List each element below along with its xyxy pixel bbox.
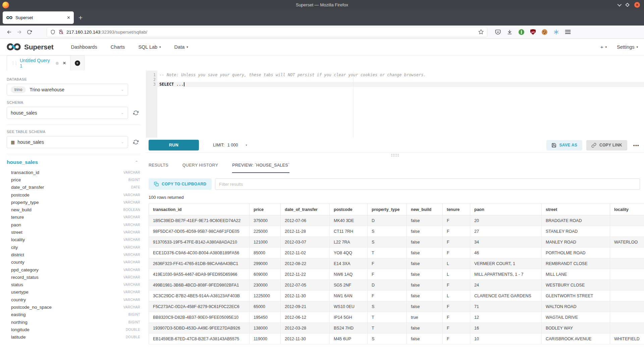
- table-cell: 16: [470, 323, 542, 334]
- column-header[interactable]: property_type: [368, 204, 407, 215]
- tracking-shield-icon[interactable]: [50, 30, 55, 35]
- new-browser-tab-button[interactable]: +: [78, 14, 83, 21]
- database-value: Trino warehouse: [30, 87, 64, 92]
- table-cell: BODLEY WAY: [542, 323, 610, 334]
- pocket-icon[interactable]: [495, 29, 501, 35]
- tab-preview-house-sales[interactable]: PREVIEW: `HOUSE_SALES`: [232, 163, 289, 173]
- column-type: VARCHAR: [123, 260, 140, 264]
- refresh-tables-icon[interactable]: [133, 139, 139, 145]
- table-cell: M45 6UP: [330, 334, 368, 344]
- column-header[interactable]: paon: [470, 204, 542, 215]
- column-name: northing: [11, 320, 28, 325]
- column-header[interactable]: tenure: [443, 204, 470, 215]
- column-name: record_status: [11, 275, 39, 280]
- column-name: street: [11, 230, 22, 235]
- column-header[interactable]: transaction_id: [149, 204, 250, 215]
- column-header[interactable]: new_build: [407, 204, 443, 215]
- editor-code-area[interactable]: -- Note: Unless you save your query, the…: [157, 71, 644, 138]
- snowflake-extension-icon[interactable]: [553, 29, 559, 35]
- add-new-button[interactable]: +▾: [600, 44, 607, 50]
- filter-results-input[interactable]: [215, 178, 640, 190]
- table-cell: S: [368, 301, 407, 312]
- add-query-tab-button[interactable]: +: [70, 55, 85, 71]
- nav-sql-lab[interactable]: SQL Lab▾: [138, 44, 161, 50]
- bookmark-star-icon[interactable]: [478, 29, 484, 35]
- table-cell: 98F5DC47-0D05-4D59-95B7-98CA6F1FDE05: [149, 226, 250, 237]
- table-cell: L: [443, 269, 470, 280]
- query-tab-untitled-1[interactable]: ⋮⋮ Untitled Query 1 ✕: [7, 55, 70, 71]
- more-options-button[interactable]: •••: [633, 143, 639, 148]
- nav-charts[interactable]: Charts: [111, 44, 125, 50]
- tab-query-history[interactable]: QUERY HISTORY: [182, 163, 218, 173]
- forward-button[interactable]: [14, 30, 24, 35]
- tab-results[interactable]: RESULTS: [149, 163, 168, 173]
- pane-resize-handle[interactable]: [391, 154, 399, 157]
- column-type: VARCHAR: [123, 275, 140, 279]
- editor-toolbar: RUN LIMIT: 1 000 ▾ SAVE AS COPY LINK •••: [146, 138, 644, 153]
- database-select[interactable]: trino Trino warehouse ⌄: [7, 84, 128, 96]
- downloads-icon[interactable]: [507, 29, 513, 35]
- copy-to-clipboard-button[interactable]: COPY TO CLIPBOARD: [149, 178, 212, 190]
- table-cell: YO8 4QQ: [330, 248, 368, 258]
- nav-data[interactable]: Data▾: [174, 44, 188, 50]
- table-select[interactable]: ▦ house_sales ⌄: [7, 136, 128, 148]
- table-schema-heading[interactable]: house_sales: [7, 159, 38, 165]
- table-value: house_sales: [17, 139, 44, 145]
- database-engine-badge: trino: [11, 86, 26, 93]
- url-bar[interactable]: 217.160.120.143:32393/superset/sqllab/: [47, 27, 487, 37]
- column-header[interactable]: postcode: [330, 204, 368, 215]
- cookie-extension-icon[interactable]: [542, 29, 547, 35]
- table-cell: 2012-11-30: [281, 334, 330, 344]
- limit-dropdown[interactable]: LIMIT: 1 000 ▾: [213, 143, 247, 147]
- table-cell: 1B5C39ED-BE7F-41EF-9E71-9C60EED74A22: [149, 215, 250, 226]
- superset-logo[interactable]: Superset: [6, 43, 53, 51]
- query-tab-close-icon[interactable]: ✕: [63, 61, 66, 65]
- copy-link-button[interactable]: COPY LINK: [586, 140, 627, 150]
- settings-menu[interactable]: Settings▾: [617, 44, 638, 50]
- table-cell: 2636F323-FF41-4765-81DB-98CAA6A43BC1: [149, 258, 250, 269]
- table-cell: 2012-11-22: [281, 269, 330, 280]
- table-cell: BB8320C9-D82B-4B37-90E0-9FEE05095E10: [149, 312, 250, 323]
- chevron-down-icon: ▾: [159, 45, 161, 49]
- chevron-up-icon[interactable]: ⌃: [135, 160, 138, 164]
- run-query-button[interactable]: RUN: [149, 140, 199, 150]
- column-type: VARCHAR: [123, 230, 140, 234]
- table-cell: 2012-11-30: [281, 291, 330, 301]
- browser-tab-superset[interactable]: Superset ✕: [3, 11, 74, 24]
- back-button[interactable]: [4, 30, 14, 35]
- window-maximize-icon[interactable]: [625, 3, 630, 7]
- column-header[interactable]: locality: [610, 204, 644, 215]
- drag-grip-icon[interactable]: ⋮⋮: [11, 61, 17, 65]
- table-row: EB1459EB-67ED-47C8-B2E7-A38143AB55751190…: [149, 334, 644, 344]
- schema-column-row: longitude DOUBLE: [7, 326, 140, 333]
- privacy-badger-extension-icon[interactable]: [519, 29, 524, 35]
- chevron-down-icon: ▾: [605, 45, 607, 49]
- column-name: district: [11, 252, 24, 257]
- table-cell: NW1 6AN: [330, 291, 368, 301]
- column-type: BIGINT: [128, 178, 140, 182]
- superset-navbar: Superset Dashboards Charts SQL Lab▾ Data…: [0, 39, 644, 55]
- table-cell: 193907D3-5DBD-453D-A49E-9FEE27DAB926: [149, 323, 250, 334]
- schema-select[interactable]: house_sales ⌄: [7, 107, 128, 119]
- nav-dashboards[interactable]: Dashboards: [71, 44, 97, 50]
- column-type: VARCHAR: [123, 193, 140, 197]
- browser-tab-close-icon[interactable]: ✕: [67, 15, 70, 20]
- table-cell: STANLEY ROAD: [542, 226, 610, 237]
- table-cell: false: [407, 258, 443, 269]
- window-minimize-icon[interactable]: [618, 2, 622, 7]
- column-header[interactable]: price: [250, 204, 281, 215]
- schema-value: house_sales: [11, 110, 37, 116]
- insecure-lock-icon[interactable]: [58, 29, 64, 35]
- schema-column-row: locality VARCHAR: [7, 236, 140, 244]
- menu-hamburger-icon[interactable]: [565, 30, 571, 34]
- column-name: status: [11, 282, 23, 287]
- refresh-schemas-icon[interactable]: [133, 110, 139, 116]
- column-header[interactable]: date_of_transfer: [281, 204, 330, 215]
- column-header[interactable]: street: [542, 204, 610, 215]
- table-cell: 121000: [250, 237, 281, 248]
- window-close-icon[interactable]: ✕: [634, 2, 640, 8]
- reload-button[interactable]: [24, 30, 34, 35]
- sql-editor[interactable]: 1 2 3 -- Note: Unless you save your quer…: [146, 71, 644, 138]
- ublock-extension-icon[interactable]: uO: [530, 29, 536, 35]
- save-as-button[interactable]: SAVE AS: [546, 140, 582, 150]
